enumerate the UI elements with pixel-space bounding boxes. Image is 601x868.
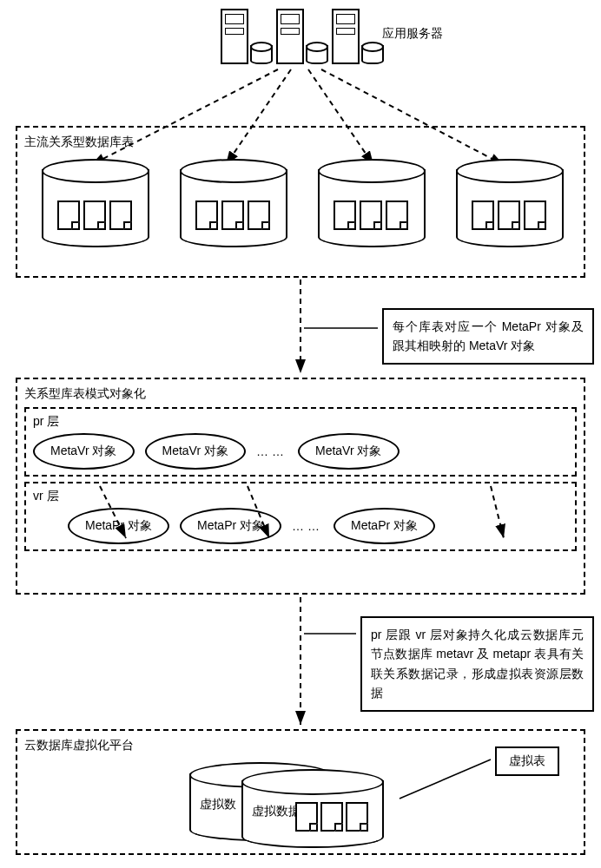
server bbox=[276, 9, 325, 64]
metavr-object: MetaVr 对象 bbox=[145, 433, 247, 470]
server-disk-icon bbox=[250, 42, 269, 64]
cloud-tier-title: 云数据库虚拟化平台 bbox=[24, 738, 577, 753]
server bbox=[332, 9, 380, 64]
metapr-object: MetaPr 对象 bbox=[180, 508, 281, 544]
pr-layer-box: pr 层 MetaVr 对象 MetaVr 对象 …… MetaVr 对象 bbox=[24, 407, 577, 477]
server-label: 应用服务器 bbox=[382, 26, 443, 42]
db-tier-title: 主流关系型数据库表 bbox=[24, 135, 577, 150]
database-icon bbox=[180, 159, 284, 246]
metapr-object: MetaPr 对象 bbox=[68, 508, 169, 544]
db-row bbox=[24, 159, 577, 246]
annotation-text: pr 层跟 vr 层对象持久化成云数据库元节点数据库 metavr 及 meta… bbox=[371, 628, 584, 700]
server-tower-icon bbox=[276, 9, 304, 64]
ellipsis: …… bbox=[292, 519, 323, 533]
server bbox=[221, 9, 269, 64]
annotation-virtual-table: 虚拟表 bbox=[495, 746, 559, 776]
server-row bbox=[221, 9, 380, 64]
server-tower-icon bbox=[221, 9, 248, 64]
architecture-diagram: 应用服务器 主流关系型数据库表 每个库表对应一个 MetaPr 对象及跟其 bbox=[9, 9, 592, 859]
server-disk-icon bbox=[361, 42, 380, 64]
database-icon bbox=[318, 159, 422, 246]
virtual-db-label: 虚拟数 bbox=[200, 797, 236, 812]
pr-layer-label: pr 层 bbox=[33, 414, 59, 428]
virtual-table-icon bbox=[295, 802, 368, 832]
annotation-mapping: 每个库表对应一个 MetaPr 对象及跟其相映射的 MetaVr 对象 bbox=[382, 308, 594, 365]
metavr-object: MetaVr 对象 bbox=[33, 433, 135, 470]
metapr-object: MetaPr 对象 bbox=[334, 508, 435, 544]
vr-row: MetaPr 对象 MetaPr 对象 …… MetaPr 对象 bbox=[68, 508, 568, 544]
object-tier-box: 关系型库表模式对象化 pr 层 MetaVr 对象 MetaVr 对象 …… M… bbox=[16, 378, 585, 595]
vr-layer-label: vr 层 bbox=[33, 489, 59, 503]
pr-row: MetaVr 对象 MetaVr 对象 …… MetaVr 对象 bbox=[33, 433, 568, 470]
annotation-text: 虚拟表 bbox=[509, 753, 545, 767]
db-tier-box: 主流关系型数据库表 bbox=[16, 126, 585, 278]
ellipsis: …… bbox=[256, 444, 287, 458]
virtual-db-icon: 虚拟数据库 bbox=[241, 769, 380, 847]
server-tower-icon bbox=[332, 9, 360, 64]
annotation-persistence: pr 层跟 vr 层对象持久化成云数据库元节点数据库 metavr 及 meta… bbox=[360, 616, 594, 712]
vr-layer-box: vr 层 MetaPr 对象 MetaPr 对象 …… MetaPr 对象 bbox=[24, 482, 577, 551]
database-icon bbox=[42, 159, 146, 246]
server-disk-icon bbox=[306, 42, 325, 64]
database-icon bbox=[456, 159, 560, 246]
object-tier-title: 关系型库表模式对象化 bbox=[24, 386, 577, 402]
metavr-object: MetaVr 对象 bbox=[298, 433, 400, 470]
annotation-text: 每个库表对应一个 MetaPr 对象及跟其相映射的 MetaVr 对象 bbox=[393, 319, 584, 352]
